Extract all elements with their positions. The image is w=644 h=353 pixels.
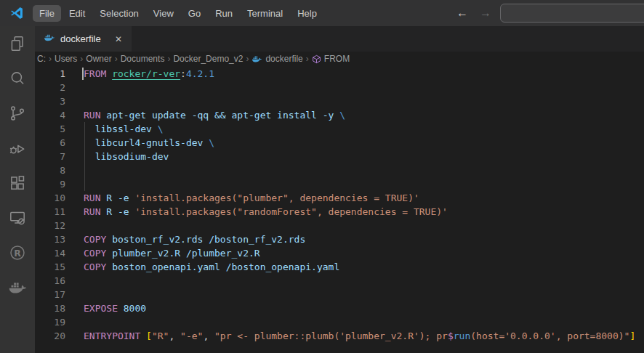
line-number[interactable]: 12	[35, 219, 65, 232]
code-line[interactable]: 6 libcurl4-gnutls-dev \	[35, 136, 644, 150]
menu-item-edit[interactable]: Edit	[63, 5, 92, 22]
line-number[interactable]: 20	[35, 329, 65, 343]
line-number[interactable]: 1	[35, 67, 65, 81]
code-content: RUN R -e 'install.packages("randomForest…	[84, 205, 448, 219]
breadcrumb-item-dockerfile[interactable]: dockerfile	[251, 54, 302, 65]
code-content: COPY boston_openapi.yaml /boston_openapi…	[84, 260, 339, 274]
breadcrumb-separator: ›	[303, 54, 312, 64]
breadcrumb-item-docker-demo-v2[interactable]: Docker_Demo_v2	[173, 54, 243, 64]
code-line[interactable]: 3	[35, 94, 644, 108]
line-number[interactable]: 8	[35, 163, 65, 177]
line-number[interactable]: 3	[35, 94, 65, 108]
line-number[interactable]: 7	[35, 150, 65, 163]
code-line[interactable]: 15COPY boston_openapi.yaml /boston_opena…	[35, 260, 644, 274]
activity-extensions-icon[interactable]	[0, 166, 35, 200]
forward-arrow-icon: →	[480, 7, 491, 20]
line-number[interactable]: 9	[35, 177, 65, 191]
code-editor[interactable]: 1FROM rocker/r-ver:4.2.1234RUN apt-get u…	[35, 66, 644, 353]
menu-item-terminal[interactable]: Terminal	[241, 5, 289, 22]
activity-explorer-icon[interactable]	[0, 26, 35, 61]
code-content: ENTRYPOINT ["R", "-e", "pr <- plumber::p…	[84, 329, 635, 343]
code-line[interactable]: 5 libssl-dev \	[35, 122, 644, 136]
code-content: libsodium-dev	[84, 150, 169, 163]
line-number[interactable]: 17	[35, 288, 65, 301]
indent-guide	[84, 177, 85, 191]
close-icon[interactable]: ✕	[113, 33, 124, 45]
activity-bar: R	[0, 26, 35, 353]
indent-guide	[84, 163, 85, 177]
breadcrumb-item-c-[interactable]: C:	[37, 54, 46, 64]
line-number[interactable]: 14	[35, 246, 65, 260]
code-content: libssl-dev \	[84, 122, 164, 136]
activity-r-extension-icon[interactable]: R	[0, 235, 35, 270]
code-line[interactable]: 13COPY boston_rf_v2.rds /boston_rf_v2.rd…	[35, 232, 644, 246]
menu-item-run[interactable]: Run	[209, 5, 239, 22]
breadcrumb: C:›Users›Owner›Documents›Docker_Demo_v2›…	[35, 52, 644, 66]
menu-item-file[interactable]: File	[33, 5, 61, 22]
line-number[interactable]: 15	[35, 260, 65, 274]
main-area: R dockerfile ✕ C:›Users›Owner›Documents›…	[0, 26, 644, 353]
menu-item-selection[interactable]: Selection	[93, 5, 145, 22]
line-number[interactable]: 2	[35, 81, 65, 94]
svg-text:R: R	[14, 248, 21, 259]
menu-item-help[interactable]: Help	[291, 5, 323, 22]
back-arrow-icon[interactable]: ←	[456, 7, 468, 20]
code-line[interactable]: 20ENTRYPOINT ["R", "-e", "pr <- plumber:…	[35, 329, 644, 343]
breadcrumb-separator: ›	[243, 54, 251, 64]
breadcrumb-separator: ›	[112, 54, 121, 64]
command-center-search[interactable]	[500, 4, 644, 23]
line-number[interactable]: 4	[35, 108, 65, 122]
menu-item-view[interactable]: View	[147, 5, 180, 22]
code-line[interactable]: 9	[35, 177, 644, 191]
line-number[interactable]: 10	[35, 191, 65, 205]
code-line[interactable]: 19	[35, 315, 644, 329]
editor-group: dockerfile ✕ C:›Users›Owner›Documents›Do…	[35, 26, 644, 353]
code-line[interactable]: 17	[35, 288, 644, 301]
code-line[interactable]: 4RUN apt-get update -qq && apt-get insta…	[35, 108, 644, 122]
breadcrumb-separator: ›	[164, 54, 173, 64]
code-content: RUN R -e 'install.packages("plumber", de…	[84, 191, 419, 205]
tab-dockerfile[interactable]: dockerfile ✕	[35, 26, 132, 52]
activity-docker-extension-icon[interactable]	[0, 270, 35, 305]
line-number[interactable]: 16	[35, 274, 65, 288]
code-line[interactable]: 1FROM rocker/r-ver:4.2.1	[35, 67, 644, 81]
menu-bar: FileEditSelectionViewGoRunTerminalHelp	[33, 5, 325, 22]
breadcrumb-item-documents[interactable]: Documents	[121, 54, 165, 64]
code-line[interactable]: 10RUN R -e 'install.packages("plumber", …	[35, 191, 644, 205]
indent-guide	[84, 150, 85, 163]
docker-whale-icon	[251, 54, 262, 65]
code-content: EXPOSE 8000	[84, 301, 146, 315]
line-number[interactable]: 19	[35, 315, 65, 329]
vscode-logo-icon	[9, 6, 24, 20]
line-number[interactable]: 11	[35, 205, 65, 219]
code-line[interactable]: 7 libsodium-dev	[35, 150, 644, 163]
menu-item-go[interactable]: Go	[182, 5, 207, 22]
code-line[interactable]: 8	[35, 163, 644, 177]
code-line[interactable]: 16	[35, 274, 644, 288]
line-number[interactable]: 6	[35, 136, 65, 150]
breadcrumb-item-owner[interactable]: Owner	[86, 54, 111, 64]
breadcrumb-item-from[interactable]: FROM	[312, 54, 350, 64]
activity-search-icon[interactable]	[0, 61, 35, 96]
code-line[interactable]: 2	[35, 81, 644, 94]
breadcrumb-separator: ›	[46, 54, 55, 64]
code-content: libcurl4-gnutls-dev \	[84, 136, 214, 150]
code-line[interactable]: 11RUN R -e 'install.packages("randomFore…	[35, 205, 644, 219]
code-line[interactable]: 18EXPOSE 8000	[35, 301, 644, 315]
code-line[interactable]: 12	[35, 219, 644, 232]
activity-remote-explorer-icon[interactable]	[0, 200, 35, 235]
indent-guide	[84, 122, 85, 136]
breadcrumb-separator: ›	[77, 54, 86, 64]
activity-source-control-icon[interactable]	[0, 96, 35, 131]
symbol-cube-icon	[312, 54, 321, 64]
code-line[interactable]: 14COPY plumber_v2.R /plumber_v2.R	[35, 246, 644, 260]
title-bar: FileEditSelectionViewGoRunTerminalHelp ←…	[0, 0, 644, 26]
activity-run-and-debug-icon[interactable]	[0, 131, 35, 166]
line-number[interactable]: 5	[35, 122, 65, 136]
breadcrumb-item-users[interactable]: Users	[55, 54, 77, 64]
line-number[interactable]: 18	[35, 301, 65, 315]
line-number[interactable]: 13	[35, 232, 65, 246]
text-cursor	[82, 68, 84, 80]
code-content: COPY boston_rf_v2.rds /boston_rf_v2.rds	[84, 232, 305, 246]
code-content: COPY plumber_v2.R /plumber_v2.R	[84, 246, 260, 260]
